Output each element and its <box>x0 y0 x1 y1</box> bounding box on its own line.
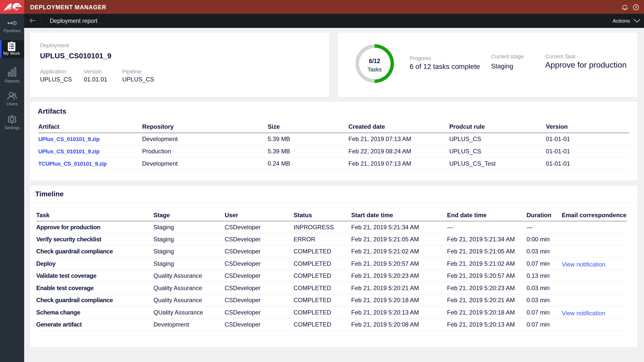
svg-text:Tasks: Tasks <box>368 66 382 73</box>
svg-text:?: ? <box>635 5 637 10</box>
svg-text:6/12: 6/12 <box>369 58 380 64</box>
